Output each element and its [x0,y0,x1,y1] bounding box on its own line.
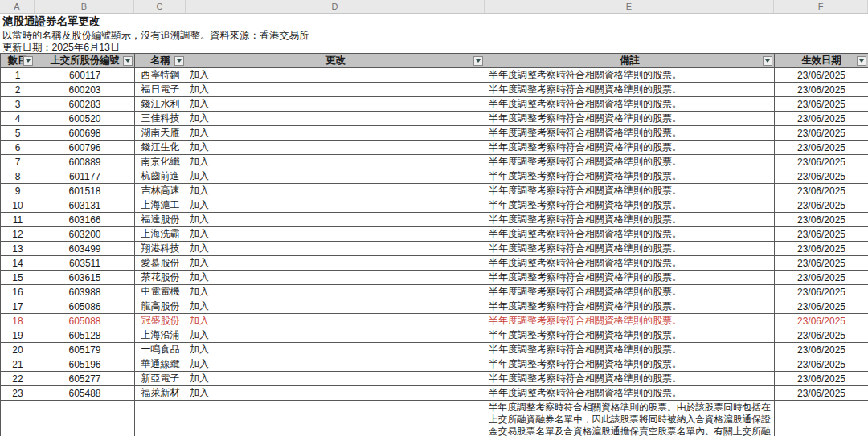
cell-sse-code[interactable]: 605277 [35,372,135,386]
cell-effective-date[interactable]: 23/06/2025 [775,256,868,271]
cell-change[interactable]: 加入 [186,68,485,83]
cell-change[interactable]: 加入 [186,386,485,401]
filter-dropdown-icon[interactable] [763,56,772,66]
cell-change[interactable]: 加入 [186,271,485,285]
cell-sse-code[interactable]: 603499 [35,242,135,256]
column-letter-e[interactable]: E [485,0,774,13]
cell-sse-code[interactable]: 605488 [35,386,135,401]
cell-sse-code[interactable]: 600203 [35,83,135,97]
cell-change[interactable]: 加入 [186,97,485,112]
cell-remarks[interactable]: 半年度調整考察時符合相關資格準則的股票。 [485,242,775,256]
cell-name[interactable]: 福萊新材 [135,386,186,401]
cell-sse-code[interactable]: 601177 [35,169,135,184]
cell-effective-date[interactable]: 23/06/2025 [775,141,868,155]
cell-remarks[interactable]: 半年度調整考察時符合相關資格準則的股票。 [485,83,775,97]
cell-number[interactable]: 4 [1,112,35,126]
cell-number[interactable]: 1 [1,68,35,83]
cell-change[interactable]: 加入 [186,401,485,436]
cell-remarks[interactable]: 半年度調整考察時符合相關資格準則的股票。 [485,299,775,314]
cell-name[interactable]: 茶花股份 [135,271,186,285]
cell-change[interactable]: 加入 [186,372,485,386]
cell-remarks[interactable]: 半年度調整考察時符合相關資格準則的股票。 [485,343,775,357]
cell-change[interactable]: 加入 [186,357,485,372]
cell-change[interactable]: 加入 [186,169,485,184]
cell-effective-date[interactable]: 23/06/2025 [775,372,868,386]
cell-remarks[interactable]: 半年度調整考察時符合相關資格準則的股票。 [485,68,775,83]
cell-number[interactable]: 12 [1,227,35,242]
cell-name[interactable]: 錢江生化 [135,141,186,155]
cell-effective-date[interactable]: 23/06/2025 [775,343,868,357]
cell-number[interactable]: 20 [1,343,35,357]
cell-number[interactable]: 19 [1,328,35,343]
cell-name[interactable]: 南京化纖 [135,155,186,169]
header-name[interactable]: 名稱 [135,54,186,68]
cell-change[interactable]: 加入 [186,141,485,155]
cell-number[interactable]: 17 [1,299,35,314]
cell-remarks[interactable]: 半年度調整考察時符合相關資格準則的股票。 [485,155,775,169]
cell-remarks[interactable]: 半年度調整考察時符合相關資格準則的股票。 [485,141,775,155]
cell-effective-date[interactable]: 23/06/2025 [775,155,868,169]
cell-remarks[interactable]: 半年度調整考察時符合相關資格準則的股票。 [485,198,775,213]
cell-name[interactable]: 翔港科技 [135,242,186,256]
cell-number[interactable]: 2 [1,83,35,97]
cell-remarks[interactable]: 半年度調整考察時符合相關資格準則的股票。 [485,314,775,328]
cell-effective-date[interactable]: 23/06/2025 [775,213,868,227]
cell-number[interactable]: 18 [1,314,35,328]
cell-change[interactable]: 加入 [186,155,485,169]
header-remarks[interactable]: 備註 [485,54,775,68]
cell-remarks[interactable]: 半年度調整考察時符合相關資格準則的股票。 [485,271,775,285]
cell-number[interactable]: 10 [1,198,35,213]
cell-name[interactable]: 上海滬工 [135,198,186,213]
column-letter-a[interactable]: A [0,0,35,13]
cell-name[interactable]: 錢江水利 [135,97,186,112]
cell-change[interactable]: 加入 [186,242,485,256]
cell-effective-date[interactable]: 23/06/2025 [775,126,868,141]
cell-name[interactable]: 愛慕股份 [135,256,186,271]
cell-effective-date[interactable]: 23/06/2025 [775,169,868,184]
cell-number[interactable]: 21 [1,357,35,372]
cell-name[interactable]: 一鳴食品 [135,343,186,357]
cell-remarks[interactable]: 半年度調整考察時符合相關資格準則的股票。 [485,97,775,112]
cell-remarks[interactable]: 半年度調整考察時符合相關資格準則的股票。 [485,328,775,343]
header-change[interactable]: 更改 [186,54,485,68]
cell-sse-code[interactable]: 605128 [35,328,135,343]
cell-remarks[interactable]: 半年度調整考察時符合相關資格準則的股票。 [485,372,775,386]
cell-effective-date[interactable]: 23/06/2025 [775,184,868,198]
cell-sse-code[interactable]: 600796 [35,141,135,155]
cell-effective-date[interactable]: 23/06/2025 [775,97,868,112]
cell-change[interactable]: 加入 [186,198,485,213]
cell-sse-code[interactable]: 601518 [35,184,135,198]
cell-effective-date[interactable]: 23/06/2025 [775,83,868,97]
cell-number[interactable]: 16 [1,285,35,299]
cell-name[interactable]: 中電電機 [135,285,186,299]
cell-change[interactable]: 加入 [186,343,485,357]
cell-effective-date[interactable]: 23/06/2025 [775,299,868,314]
column-letter-c[interactable]: C [134,0,186,13]
cell-name[interactable]: 國中水務 [135,401,186,436]
cell-name[interactable]: 上海洗霸 [135,227,186,242]
cell-change[interactable]: 加入 [186,83,485,97]
cell-name[interactable]: 西寧特鋼 [135,68,186,83]
cell-remarks[interactable]: 半年度調整考察時符合相關資格準則的股票。 [485,256,775,271]
cell-number[interactable]: 8 [1,169,35,184]
cell-number[interactable]: 15 [1,271,35,285]
cell-name[interactable]: 杭齒前進 [135,169,186,184]
cell-change[interactable]: 加入 [186,184,485,198]
cell-sse-code[interactable]: 603615 [35,271,135,285]
cell-name[interactable]: 新亞電子 [135,372,186,386]
cell-effective-date[interactable]: 23/06/2025 [775,401,868,436]
cell-name[interactable]: 福日電子 [135,83,186,97]
cell-name[interactable]: 湖南天雁 [135,126,186,141]
filter-dropdown-icon[interactable] [174,56,184,66]
cell-remarks[interactable]: 半年度調整考察時符合相關資格準則的股票。由於該股票同時包括在上交所融資融券名單中… [485,401,775,436]
cell-name[interactable]: 福達股份 [135,213,186,227]
cell-sse-code[interactable]: 603131 [35,198,135,213]
cell-change[interactable]: 加入 [186,285,485,299]
cell-sse-code[interactable]: 600698 [35,126,135,141]
cell-change[interactable]: 加入 [186,256,485,271]
cell-number[interactable]: 23 [1,386,35,401]
cell-change[interactable]: 加入 [186,314,485,328]
cell-name[interactable]: 龍高股份 [135,299,186,314]
cell-number[interactable]: 7 [1,155,35,169]
cell-sse-code[interactable]: 600889 [35,155,135,169]
